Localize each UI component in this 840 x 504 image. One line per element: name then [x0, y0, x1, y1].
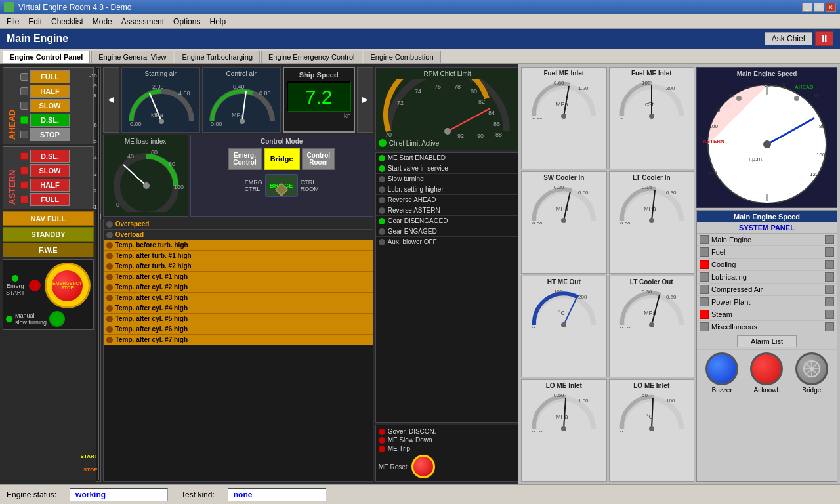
- reverse-ahead-led: [379, 197, 385, 203]
- lo-me-inlet-mpa-title: LO ME Inlet: [524, 382, 604, 389]
- ahead-full-button[interactable]: FULL: [30, 70, 70, 83]
- ahead-slow-button[interactable]: SLOW: [30, 99, 70, 112]
- tab-engine-control-panel[interactable]: Engine Control Panel: [3, 51, 90, 63]
- tab-bar: Engine Control Panel Engine General View…: [0, 49, 840, 64]
- bridge-control-button[interactable]: Bridge: [264, 148, 300, 170]
- astern-buttons: D.SL. SLOW HALF FULL: [20, 150, 91, 206]
- fwe-button[interactable]: F.W.E: [3, 243, 94, 257]
- emerg-start-button[interactable]: [29, 280, 41, 291]
- sys-compressed-air-indicator: [700, 285, 709, 294]
- temp-cyl-1-led: [106, 274, 113, 280]
- svg-text:100: 100: [554, 289, 563, 295]
- svg-text:0.80: 0.80: [259, 90, 271, 96]
- svg-point-37: [444, 128, 451, 135]
- aux-blower-led: [379, 239, 385, 245]
- sys-steam-right: [825, 310, 834, 319]
- buzzer-col: Buzzer: [705, 352, 738, 394]
- minimize-button[interactable]: _: [802, 3, 812, 12]
- svg-text:ASTERN: ASTERN: [703, 138, 724, 144]
- alarm-temp-cyl-3: Temp. after cyl. #3 high: [104, 293, 373, 303]
- key-switch[interactable]: BRIDGE: [265, 174, 298, 197]
- bridge-key-area: EMRGCTRL BRIDGE CTRLROOM: [194, 174, 370, 197]
- alarm-list-button[interactable]: Alarm List: [737, 335, 797, 347]
- menu-checklist[interactable]: Checklist: [47, 16, 87, 28]
- svg-text:86: 86: [494, 121, 500, 127]
- menu-assessment[interactable]: Assessment: [117, 16, 168, 28]
- bridge-button[interactable]: [795, 352, 828, 385]
- svg-text:0.00: 0.00: [532, 221, 543, 224]
- svg-text:0.00: 0.00: [532, 429, 543, 432]
- svg-text:0.40: 0.40: [233, 83, 245, 90]
- manual-slow-button[interactable]: [49, 311, 65, 327]
- system-panel: Main Engine Speed SYSTEM PANEL Main Engi…: [696, 210, 837, 482]
- svg-point-97: [763, 140, 771, 148]
- astern-full-button[interactable]: FULL: [30, 193, 70, 206]
- prev-arrow[interactable]: ◄: [103, 67, 119, 133]
- sys-cooling: Cooling: [697, 259, 837, 271]
- astern-dsl-button[interactable]: D.SL.: [30, 150, 70, 163]
- sys-power-plant: Power Plant: [697, 296, 837, 308]
- menu-edit[interactable]: Edit: [24, 16, 46, 28]
- temp-after-turb-2-label: Temp. after turb. #2 high: [116, 262, 192, 270]
- next-arrow[interactable]: ►: [357, 67, 373, 133]
- telegraph-slider[interactable]: [100, 214, 101, 219]
- test-kind-label: Test kind:: [181, 490, 215, 499]
- lubr-setting-led: [379, 186, 385, 193]
- svg-text:-40: -40: [744, 85, 752, 91]
- astern-label: ASTERN: [6, 150, 18, 206]
- governor-section: Gover. DISCON. ME Slow Down ME Trip ME R…: [375, 425, 520, 482]
- svg-text:-20: -20: [763, 82, 771, 88]
- control-room-button[interactable]: ControlRoom: [302, 148, 336, 170]
- me-reset-button[interactable]: [411, 455, 435, 478]
- svg-text:90: 90: [477, 133, 484, 138]
- astern-half-button[interactable]: HALF: [30, 178, 70, 192]
- pause-button[interactable]: ⏸: [815, 32, 833, 46]
- nav-full-button[interactable]: NAV FULL: [3, 211, 94, 226]
- scale-10: -10: [89, 73, 97, 79]
- svg-text:0.60: 0.60: [666, 294, 677, 300]
- sys-fuel-right: [825, 247, 834, 257]
- maximize-button[interactable]: □: [814, 3, 824, 12]
- temp-cyl-5-led: [106, 316, 113, 322]
- tab-engine-emergency-control[interactable]: Engine Emergency Control: [261, 51, 362, 63]
- stop-button[interactable]: STOP: [30, 128, 70, 141]
- overspeed-label: Overspeed: [116, 220, 150, 228]
- sys-lubricating: Lubricating: [697, 271, 837, 284]
- menu-options[interactable]: Options: [169, 16, 204, 28]
- sys-steam-indicator: [700, 310, 709, 319]
- status-bar: Engine status: working Test kind: none: [0, 484, 840, 504]
- menu-file[interactable]: File: [3, 16, 23, 28]
- menu-help[interactable]: Help: [205, 16, 230, 28]
- me-reset-row: ME Reset: [379, 455, 516, 478]
- ahead-dsl-button[interactable]: D.SL.: [30, 114, 70, 127]
- temp-cyl-7-led: [106, 337, 113, 343]
- ask-chief-button[interactable]: Ask Chief: [765, 32, 812, 45]
- sys-miscellaneous: Miscellaneous: [697, 321, 837, 333]
- status-gear-engaged: Gear ENGAGED: [376, 226, 519, 237]
- reverse-astern-label: Reverse ASTERN: [388, 207, 440, 214]
- tab-engine-turbocharging[interactable]: Engine Turbocharging: [175, 51, 260, 63]
- middle-row: ME load index 0 40 60 80 100: [103, 135, 373, 217]
- svg-text:0: 0: [532, 326, 536, 328]
- control-air-svg: 0.00 0.40 0.80 MPa: [205, 79, 279, 128]
- svg-point-115: [794, 96, 799, 101]
- me-load-title: ME load index: [106, 138, 185, 145]
- svg-text:MPa: MPa: [232, 112, 244, 118]
- emerg-control-button[interactable]: Emerg.Control: [228, 148, 262, 170]
- emergency-stop-button[interactable]: EMERGENCYSTOP: [49, 268, 85, 304]
- ship-speed-unit: kn: [287, 112, 351, 119]
- acknowl-button[interactable]: [750, 352, 783, 385]
- ahead-half-button[interactable]: HALF: [30, 85, 70, 98]
- standby-button[interactable]: STANDBY: [3, 227, 94, 242]
- menu-mode[interactable]: Mode: [89, 16, 116, 28]
- astern-slow-button[interactable]: SLOW: [30, 164, 70, 177]
- ahead-label: AHEAD: [6, 70, 18, 141]
- buzzer-button[interactable]: [705, 352, 738, 385]
- sys-steam: Steam: [697, 308, 837, 321]
- svg-text:0: 0: [620, 429, 623, 432]
- close-button[interactable]: ✕: [826, 3, 836, 12]
- lo-me-inlet-c-title: LO ME Inlet: [612, 382, 692, 389]
- tab-engine-combustion[interactable]: Engine Combustion: [364, 51, 441, 63]
- tab-engine-general-view[interactable]: Engine General View: [91, 51, 173, 63]
- me-trip-label: ME Trip: [388, 445, 410, 452]
